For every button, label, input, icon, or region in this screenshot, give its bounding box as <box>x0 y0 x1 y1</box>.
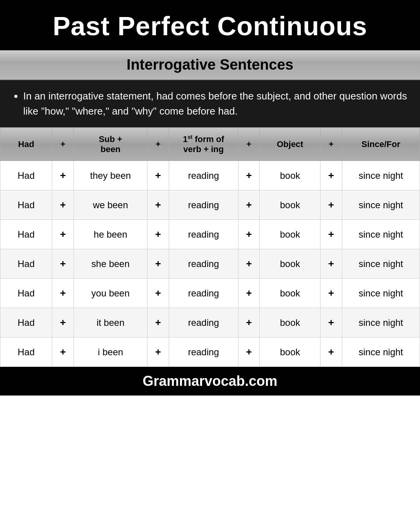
cell-verb: reading <box>169 220 238 249</box>
table-row: Had+it been+reading+book+since night <box>0 308 420 337</box>
cell-sub: we been <box>74 190 147 220</box>
cell-verb: reading <box>169 337 238 367</box>
col-plus2: + <box>147 128 169 161</box>
cell-since: since night <box>342 308 420 337</box>
cell-p3: + <box>238 249 260 279</box>
cell-object: book <box>260 220 320 249</box>
cell-p2: + <box>147 220 169 249</box>
cell-sub: you been <box>74 279 147 308</box>
cell-p3: + <box>238 161 260 190</box>
page-title: Past Perfect Continuous <box>8 11 412 41</box>
cell-p2: + <box>147 161 169 190</box>
cell-p3: + <box>238 279 260 308</box>
cell-since: since night <box>342 279 420 308</box>
footer: Grammarvocab.com <box>0 367 420 396</box>
cell-verb: reading <box>169 161 238 190</box>
cell-p2: + <box>147 308 169 337</box>
table-row: Had+she been+reading+book+since night <box>0 249 420 279</box>
table-wrapper: Had + Sub +been + 1st form ofverb + ing … <box>0 127 420 367</box>
col-sub: Sub +been <box>74 128 147 161</box>
cell-since: since night <box>342 190 420 220</box>
table-row: Had+they been+reading+book+since night <box>0 161 420 190</box>
cell-sub: he been <box>74 220 147 249</box>
cell-object: book <box>260 308 320 337</box>
col-object: Object <box>260 128 320 161</box>
cell-p3: + <box>238 308 260 337</box>
cell-p3: + <box>238 220 260 249</box>
cell-had: Had <box>0 279 52 308</box>
col-plus3: + <box>238 128 260 161</box>
cell-p1: + <box>52 308 74 337</box>
cell-p3: + <box>238 190 260 220</box>
sub-header-title: Interrogative Sentences <box>8 57 412 73</box>
cell-p4: + <box>320 161 342 190</box>
footer-text: Grammarvocab.com <box>142 373 277 389</box>
cell-had: Had <box>0 220 52 249</box>
cell-since: since night <box>342 161 420 190</box>
cell-p1: + <box>52 190 74 220</box>
col-plus4: + <box>320 128 342 161</box>
cell-sub: they been <box>74 161 147 190</box>
cell-p4: + <box>320 337 342 367</box>
cell-object: book <box>260 161 320 190</box>
cell-p1: + <box>52 220 74 249</box>
cell-p4: + <box>320 308 342 337</box>
cell-object: book <box>260 190 320 220</box>
cell-p3: + <box>238 337 260 367</box>
cell-sub: i been <box>74 337 147 367</box>
table-row: Had+he been+reading+book+since night <box>0 220 420 249</box>
cell-object: book <box>260 249 320 279</box>
table-header-row: Had + Sub +been + 1st form ofverb + ing … <box>0 128 420 161</box>
sub-header: Interrogative Sentences <box>0 50 420 80</box>
table-row: Had+i been+reading+book+since night <box>0 337 420 367</box>
table-row: Had+you been+reading+book+since night <box>0 279 420 308</box>
header: Past Perfect Continuous <box>0 0 420 50</box>
cell-since: since night <box>342 249 420 279</box>
cell-verb: reading <box>169 249 238 279</box>
cell-p1: + <box>52 161 74 190</box>
cell-p1: + <box>52 279 74 308</box>
cell-p1: + <box>52 337 74 367</box>
cell-p4: + <box>320 249 342 279</box>
cell-object: book <box>260 279 320 308</box>
cell-p4: + <box>320 279 342 308</box>
cell-had: Had <box>0 161 52 190</box>
cell-p4: + <box>320 190 342 220</box>
table-row: Had+we been+reading+book+since night <box>0 190 420 220</box>
cell-had: Had <box>0 308 52 337</box>
cell-p2: + <box>147 279 169 308</box>
cell-p2: + <box>147 249 169 279</box>
cell-p1: + <box>52 249 74 279</box>
col-verb: 1st form ofverb + ing <box>169 128 238 161</box>
cell-since: since night <box>342 220 420 249</box>
cell-p2: + <box>147 190 169 220</box>
col-had: Had <box>0 128 52 161</box>
description-text: In an interrogative statement, had comes… <box>23 89 408 119</box>
grammar-table: Had + Sub +been + 1st form ofverb + ing … <box>0 127 420 367</box>
cell-p4: + <box>320 220 342 249</box>
cell-had: Had <box>0 337 52 367</box>
cell-verb: reading <box>169 190 238 220</box>
cell-since: since night <box>342 337 420 367</box>
cell-sub: it been <box>74 308 147 337</box>
cell-verb: reading <box>169 279 238 308</box>
cell-object: book <box>260 337 320 367</box>
cell-p2: + <box>147 337 169 367</box>
col-since: Since/For <box>342 128 420 161</box>
cell-had: Had <box>0 249 52 279</box>
col-plus1: + <box>52 128 74 161</box>
cell-verb: reading <box>169 308 238 337</box>
cell-had: Had <box>0 190 52 220</box>
cell-sub: she been <box>74 249 147 279</box>
description-box: In an interrogative statement, had comes… <box>0 80 420 127</box>
